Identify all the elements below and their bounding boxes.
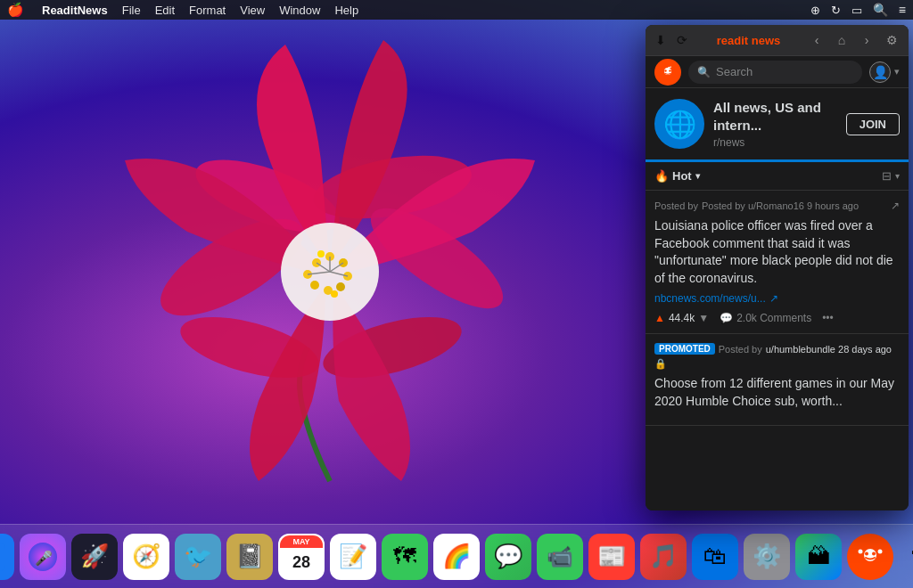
forward-button[interactable]: ›: [857, 30, 876, 50]
post-meta: Posted by Posted by u/Romano16 9 hours a…: [654, 200, 900, 212]
svg-point-12: [324, 286, 333, 295]
view-toggle[interactable]: ⊟ ▾: [882, 169, 900, 183]
download-icon[interactable]: ⬇: [653, 32, 669, 48]
dock-notes[interactable]: 📓: [226, 534, 273, 580]
search-bar[interactable]: 🔍 Search: [688, 61, 862, 84]
dock-launchpad[interactable]: 🚀: [71, 534, 118, 580]
svg-point-0: [147, 200, 317, 335]
svg-line-21: [308, 272, 330, 274]
dock-calendar[interactable]: MAY 28: [278, 534, 325, 580]
promoted-post-item: PROMOTED Posted by u/humblebundle 28 day…: [646, 334, 909, 425]
dock-facetime[interactable]: 📹: [537, 534, 583, 580]
svg-point-14: [303, 270, 312, 279]
svg-line-19: [330, 272, 348, 276]
dock-mountain[interactable]: 🏔: [795, 534, 842, 580]
apple-menu[interactable]: 🍎: [7, 2, 24, 18]
svg-point-11: [336, 282, 345, 291]
external-link-icon[interactable]: ↗: [891, 200, 900, 212]
menu-file[interactable]: File: [122, 4, 141, 17]
comments-icon: 💬: [720, 312, 733, 324]
svg-point-2: [308, 145, 476, 229]
comments-count: 2.0k Comments: [736, 312, 811, 324]
svg-point-27: [672, 68, 675, 70]
svg-point-8: [325, 252, 334, 261]
vote-count: 44.4k: [669, 312, 695, 324]
menu-help[interactable]: Help: [334, 4, 358, 17]
post-actions: ▲ 44.4k ▼ 💬 2.0k Comments •••: [654, 312, 900, 324]
subreddit-info: All news, US and intern... r/news: [713, 99, 837, 149]
dock-bird[interactable]: 🐦: [175, 534, 221, 580]
promoted-username: u/humblebundle 28 days ago: [766, 344, 892, 355]
downvote-icon[interactable]: ▼: [698, 312, 709, 324]
promoted-post-title[interactable]: Choose from 12 different games in our Ma…: [654, 375, 900, 410]
svg-point-16: [331, 290, 338, 298]
user-dropdown-arrow: ▾: [894, 66, 900, 78]
dock-appstore[interactable]: 🛍: [692, 534, 738, 580]
home-button[interactable]: ⌂: [832, 30, 851, 50]
upvote-icon[interactable]: ▲: [654, 312, 665, 324]
hot-dropdown-arrow: ▾: [695, 171, 700, 181]
hot-label: Hot: [672, 169, 692, 183]
dock-reminders[interactable]: 📝: [330, 534, 376, 580]
link-icon: ↗: [769, 292, 778, 305]
dock-maps[interactable]: 🗺: [382, 534, 428, 580]
dock: 🖥 🎤 🚀 🧭 🐦 📓 MAY 28 📝 🗺 �: [0, 524, 913, 588]
settings-button[interactable]: ⚙: [882, 30, 901, 50]
menu-view[interactable]: View: [240, 4, 265, 17]
search-icon: 🔍: [697, 66, 711, 78]
dock-safari[interactable]: 🧭: [123, 534, 169, 580]
promoted-badge: PROMOTED: [654, 343, 715, 355]
dock-music[interactable]: 🎵: [640, 534, 687, 580]
comments-button[interactable]: 💬 2.0k Comments: [720, 312, 811, 324]
svg-point-7: [312, 258, 321, 267]
menu-edit[interactable]: Edit: [155, 4, 175, 17]
dock-messages[interactable]: 💬: [485, 534, 531, 580]
reload-icon[interactable]: ⟳: [674, 32, 690, 48]
post-item: Posted by Posted by u/Romano16 9 hours a…: [646, 191, 909, 334]
svg-point-10: [343, 272, 352, 281]
hot-filter[interactable]: 🔥 Hot ▾: [654, 169, 700, 183]
post-link[interactable]: nbcnews.com/news/u... ↗: [654, 292, 900, 305]
menubar-menu-icon[interactable]: ≡: [899, 3, 906, 17]
dock-settings[interactable]: ⚙️: [744, 534, 790, 580]
join-button[interactable]: JOIN: [846, 113, 900, 135]
reddit-logo: [654, 59, 681, 86]
menu-window[interactable]: Window: [279, 4, 320, 17]
view-icon: ⊟: [882, 169, 892, 183]
svg-point-4: [317, 305, 467, 390]
posted-by-label: Posted by: [654, 200, 698, 211]
back-button[interactable]: ‹: [807, 30, 827, 50]
dock-news[interactable]: 📰: [588, 534, 635, 580]
subreddit-slug: r/news: [713, 136, 837, 149]
post-username[interactable]: Posted by u/Romano16 9 hours ago: [702, 200, 859, 211]
browser-chrome: ⬇ ⟳ readit news ‹ ⌂ › ⚙: [646, 25, 909, 56]
svg-point-5: [174, 305, 325, 390]
svg-point-24: [664, 69, 666, 71]
menubar-icon-2: ↻: [831, 4, 841, 17]
subreddit-icon: 🌐: [654, 99, 704, 149]
menubar-search-icon[interactable]: 🔍: [873, 3, 888, 17]
promoted-post-meta: PROMOTED Posted by u/humblebundle 28 day…: [654, 343, 900, 370]
posted-by-label-2: Posted by: [719, 344, 762, 355]
vote-area[interactable]: ▲ 44.4k ▼: [654, 312, 709, 324]
svg-point-25: [669, 69, 670, 71]
link-text: nbcnews.com/news/u...: [654, 292, 766, 305]
dock-readitnews[interactable]: [847, 534, 893, 580]
post-title[interactable]: Louisiana police officer was fired over …: [654, 217, 900, 287]
browser-popup: ⬇ ⟳ readit news ‹ ⌂ › ⚙: [646, 25, 909, 510]
svg-line-17: [317, 263, 330, 272]
svg-point-6: [281, 223, 379, 321]
menu-format[interactable]: Format: [189, 4, 226, 17]
more-options[interactable]: •••: [822, 312, 834, 324]
menubar-icon-3: ▭: [851, 4, 862, 17]
svg-point-3: [358, 192, 517, 325]
dock-photos[interactable]: 🌈: [433, 534, 480, 580]
filter-bar: 🔥 Hot ▾ ⊟ ▾: [646, 162, 909, 191]
dock-finder[interactable]: 🖥: [0, 534, 14, 580]
dock-trash[interactable]: 🗑: [899, 534, 913, 580]
app-titlebar: 🔍 Search 👤 ▾: [646, 56, 909, 88]
svg-point-36: [872, 551, 876, 555]
dock-siri[interactable]: 🎤: [20, 534, 66, 580]
user-menu[interactable]: 👤 ▾: [869, 61, 900, 83]
app-name: ReaditNews: [42, 4, 108, 17]
